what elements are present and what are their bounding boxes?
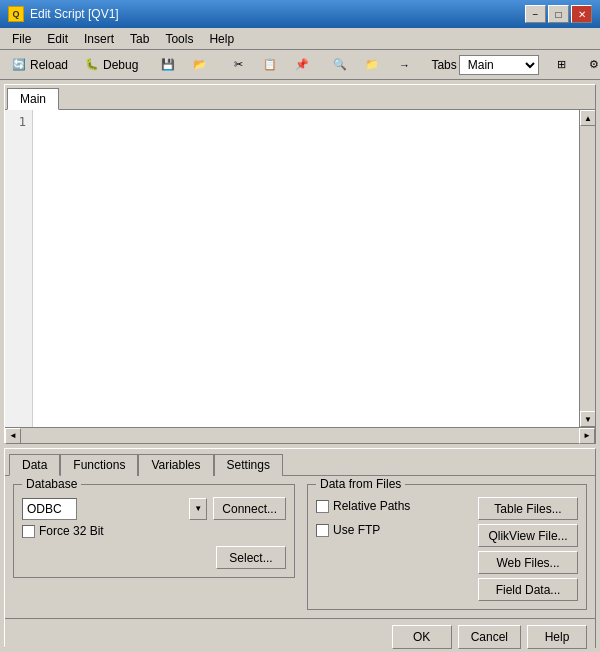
qlikview-file-button[interactable]: QlikView File... [478,524,578,547]
tab-data[interactable]: Data [9,454,60,476]
tab-variables[interactable]: Variables [138,454,213,476]
reload-button[interactable]: 🔄 Reload [4,53,75,77]
close-button[interactable]: ✕ [571,5,592,23]
settings-button[interactable]: ⚙ [579,53,600,77]
cut-button[interactable]: ✂ [223,53,253,77]
debug-icon: 🐛 [84,57,100,73]
relative-paths-label: Relative Paths [333,499,410,513]
editor-panel: Main 1 ▲ ▼ ◄ ► [4,84,596,444]
bottom-panel: Data Functions Variables Settings Databa… [4,448,596,648]
bottom-tab-content: Database ODBC OLE DB ▼ Connect... [5,476,595,618]
menu-insert[interactable]: Insert [76,30,122,48]
scroll-down-button[interactable]: ▼ [580,411,595,427]
tabs-dropdown[interactable]: Main [459,55,539,75]
tab-functions[interactable]: Functions [60,454,138,476]
open-button[interactable]: 📂 [185,53,215,77]
maximize-button[interactable]: □ [548,5,569,23]
editor-tabs: Main [5,85,595,109]
files-legend: Data from Files [316,477,405,491]
title-controls: − □ ✕ [525,5,592,23]
database-row: ODBC OLE DB ▼ Connect... [22,497,286,520]
field-data-button[interactable]: Field Data... [478,578,578,601]
reload-icon: 🔄 [11,57,27,73]
code-editor[interactable] [33,110,579,427]
database-fieldset: Database ODBC OLE DB ▼ Connect... [13,484,295,578]
editor-tab-main[interactable]: Main [7,88,59,110]
menu-tools[interactable]: Tools [157,30,201,48]
menu-help[interactable]: Help [201,30,242,48]
save-button[interactable]: 💾 [153,53,183,77]
select-row: Select... [22,546,286,569]
menu-file[interactable]: File [4,30,39,48]
arrow-icon: → [396,57,412,73]
menu-bar: File Edit Insert Tab Tools Help [0,28,600,50]
use-ftp-row: Use FTP [316,523,470,537]
open-icon: 📂 [192,57,208,73]
debug-button[interactable]: 🐛 Debug [77,53,145,77]
title-bar: Q Edit Script [QV1] − □ ✕ [0,0,600,28]
toolbar: 🔄 Reload 🐛 Debug 💾 📂 ✂ 📋 📌 🔍 📁 → Tabs Ma… [0,50,600,80]
dropdown-arrow-icon[interactable]: ▼ [189,498,207,520]
footer: OK Cancel Help [5,618,595,652]
files-buttons: Table Files... QlikView File... Web File… [478,493,578,601]
tab-settings[interactable]: Settings [214,454,283,476]
paste-icon: 📌 [294,57,310,73]
connect-button[interactable]: Connect... [213,497,286,520]
app-icon: Q [8,6,24,22]
files-fieldset: Data from Files Relative Paths Use FTP T… [307,484,587,610]
settings-icon: ⚙ [586,57,600,73]
paste-button[interactable]: 📌 [287,53,317,77]
files-checkboxes: Relative Paths Use FTP [316,493,470,601]
relative-paths-checkbox[interactable] [316,500,329,513]
search-icon: 🔍 [332,57,348,73]
copy-button[interactable]: 📋 [255,53,285,77]
force32bit-label: Force 32 Bit [39,524,104,538]
window-title: Edit Script [QV1] [30,7,119,21]
scroll-track[interactable] [580,126,595,411]
minimize-button[interactable]: − [525,5,546,23]
grid-icon: ⊞ [554,57,570,73]
search-button[interactable]: 🔍 [325,53,355,77]
force32bit-row: Force 32 Bit [22,524,286,538]
scroll-left-button[interactable]: ◄ [5,428,21,444]
horizontal-scrollbar[interactable]: ◄ ► [5,427,595,443]
folder-icon: 📁 [364,57,380,73]
database-dropdown[interactable]: ODBC OLE DB [22,498,77,520]
database-legend: Database [22,477,81,491]
database-dropdown-wrapper: ODBC OLE DB ▼ [22,498,207,520]
database-section: Database ODBC OLE DB ▼ Connect... [13,484,295,610]
save-icon: 💾 [160,57,176,73]
select-button[interactable]: Select... [216,546,286,569]
vertical-scrollbar[interactable]: ▲ ▼ [579,110,595,427]
folder-button[interactable]: 📁 [357,53,387,77]
main-content: Main 1 ▲ ▼ ◄ ► Data Functions Variables … [0,80,600,652]
code-area: 1 ▲ ▼ [5,109,595,427]
cut-icon: ✂ [230,57,246,73]
tabs-label: Tabs [431,58,456,72]
cancel-button[interactable]: Cancel [458,625,521,649]
bottom-tabs: Data Functions Variables Settings [5,449,595,476]
ok-button[interactable]: OK [392,625,452,649]
use-ftp-checkbox[interactable] [316,524,329,537]
files-section: Data from Files Relative Paths Use FTP T… [307,484,587,610]
scroll-up-button[interactable]: ▲ [580,110,595,126]
arrow-button[interactable]: → [389,53,419,77]
use-ftp-label: Use FTP [333,523,380,537]
h-scroll-track[interactable] [21,430,579,442]
menu-tab[interactable]: Tab [122,30,157,48]
line-number-1: 1 [11,114,26,130]
scroll-right-button[interactable]: ► [579,428,595,444]
force32bit-checkbox[interactable] [22,525,35,538]
relative-paths-row: Relative Paths [316,499,470,513]
menu-edit[interactable]: Edit [39,30,76,48]
copy-icon: 📋 [262,57,278,73]
grid-button[interactable]: ⊞ [547,53,577,77]
web-files-button[interactable]: Web Files... [478,551,578,574]
help-button[interactable]: Help [527,625,587,649]
table-files-button[interactable]: Table Files... [478,497,578,520]
line-numbers: 1 [5,110,33,427]
